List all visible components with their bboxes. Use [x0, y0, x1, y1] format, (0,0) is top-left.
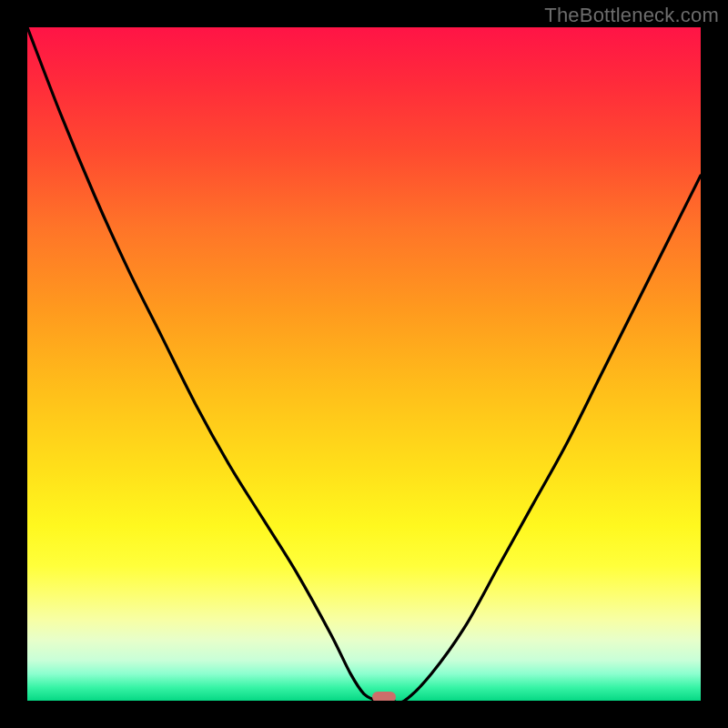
curve-svg [27, 27, 701, 701]
curve-line [27, 27, 701, 701]
watermark-text: TheBottleneck.com [544, 4, 719, 27]
chart-frame: TheBottleneck.com [0, 0, 728, 728]
plot-area [27, 27, 701, 701]
optimum-marker [372, 692, 396, 701]
